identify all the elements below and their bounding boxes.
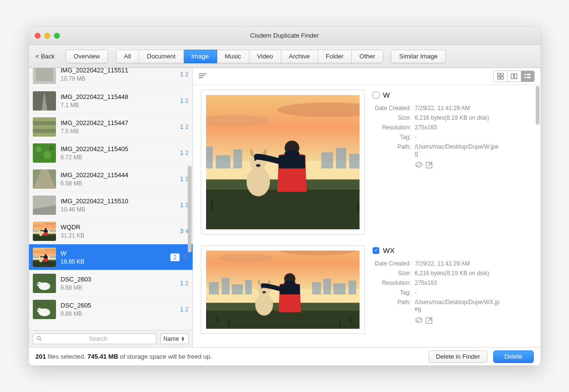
similar-image-button[interactable]: Similar Image [391,50,445,63]
footer-text-2: of storage space will be freed up. [118,353,212,360]
list-thumbnail [33,117,56,137]
svg-rect-34 [514,74,517,79]
view-mode-toggle [493,70,535,82]
list-item-size: 10.46 MB [61,206,180,213]
svg-rect-7 [33,133,56,137]
list-item-selected-count: 2 [170,253,180,261]
svg-rect-36 [527,74,530,75]
tab-video[interactable]: Video [250,50,281,63]
list-item-size: 31.21 KB [61,232,180,239]
preview-frame[interactable] [201,245,365,334]
select-checkbox[interactable] [373,247,379,254]
list-item-name: IMG_20220422_115511 [61,68,180,74]
value-tag: - [415,134,417,140]
reveal-in-finder-icon[interactable] [426,317,432,325]
duplicate-group-list[interactable]: IMG_20220422_11551110.79 MB12IMG_2022042… [29,68,193,330]
preview-image [206,95,360,229]
list-item-size: 9.86 MB [61,310,180,317]
search-field[interactable] [33,334,156,344]
svg-point-18 [37,282,42,287]
list-item[interactable]: IMG_20220422_1154446.58 MB12 [29,166,193,192]
list-thumbnail [33,68,56,84]
back-button[interactable]: < Back [36,53,55,60]
footer-count: 201 [36,353,46,360]
list-item[interactable]: DSC_26059.86 MB12 [29,296,193,322]
list-thumbnail [33,143,56,163]
tab-music[interactable]: Music [217,50,250,63]
tab-all[interactable]: All [116,50,139,63]
list-item-name: DSC_2603 [61,276,180,283]
list-item-size: 10.79 MB [61,75,180,82]
value-size: 6,216 bytes(8.19 KB on disk) [415,114,489,121]
overview-button[interactable]: Overview [66,50,108,63]
list-item[interactable]: WQDR31.21 KB34 [29,218,193,244]
list-item-size: 6.58 MB [61,180,180,187]
delete-in-finder-button[interactable]: Delete in Finder [429,350,487,363]
view-grid-button[interactable] [494,71,507,82]
select-checkbox[interactable] [373,92,379,98]
svg-point-10 [43,151,51,159]
category-tabs: All Document Image Music Video Archive F… [116,50,384,63]
list-thumbnail [33,274,56,293]
tab-folder[interactable]: Folder [318,50,352,63]
list-item-counts: 23 [170,253,188,261]
similar-seg: Similar Image [391,50,445,63]
reveal-in-finder-icon[interactable] [426,162,432,170]
list-item[interactable]: W18.65 KB23 [29,244,193,270]
list-item-selected-count: 1 [180,202,183,209]
list-item-selected-count: 1 [180,124,183,130]
preview-frame[interactable] [201,90,365,235]
list-item-meta: IMG_20220422_1154056.72 MB [61,145,180,161]
footer-status: 201 files selected. 745.41 MB of storage… [36,353,423,360]
list-item-meta: DSC_26059.86 MB [61,302,180,317]
detail-scroll[interactable]: WDate Created:7/29/22, 11:41:29 AMSize:6… [193,85,541,347]
sort-label: Name [164,336,179,342]
label-tag: Tag: [373,134,411,140]
tab-other[interactable]: Other [352,50,384,63]
list-item-name: IMG_20220422_115405 [61,145,180,153]
content-pane: WDate Created:7/29/22, 11:41:29 AMSize:6… [193,68,541,347]
list-item[interactable]: IMG_20220422_1154487.1 MB12 [29,87,193,113]
svg-rect-33 [511,74,513,79]
list-item[interactable]: IMG_20220422_11551110.79 MB12 [29,68,193,87]
sidebar-bottom: Name ▲▼ [29,330,193,347]
delete-button[interactable]: Delete [493,350,534,363]
list-item[interactable]: IMG_20220422_11551010.46 MB12 [29,192,193,218]
value-size: 6,216 bytes(8.19 KB on disk) [415,270,489,277]
tab-document[interactable]: Document [139,50,183,63]
list-item-size: 18.65 KB [61,258,171,265]
view-split-button[interactable] [507,71,521,82]
list-item-selected-count: 1 [180,280,183,287]
footer-text-1: files selected. [46,353,87,360]
view-list-button[interactable] [521,71,534,82]
duplicate-item: WDate Created:7/29/22, 11:41:29 AMSize:6… [201,90,533,235]
main-body: IMG_20220422_11551110.79 MB12IMG_2022042… [29,68,541,347]
svg-point-19 [38,283,39,284]
tab-image[interactable]: Image [184,50,217,63]
list-item[interactable]: IMG_20220422_1154056.72 MB12 [29,140,193,166]
label-tag: Tag: [373,289,411,296]
window-title: Cisdem Duplicate Finder [29,32,541,39]
list-item-size: 6.72 MB [61,154,180,161]
list-item[interactable]: IMG_20220422_1154477.5 MB12 [29,113,193,140]
sidebar-scrollbar[interactable] [188,69,192,346]
list-item-selected-count: 1 [180,71,183,78]
list-item-name: WQDR [61,224,180,231]
list-item[interactable]: DSC_26039.69 MB12 [29,270,193,296]
label-resolution: Resolution: [373,280,411,286]
titlebar: Cisdem Duplicate Finder [29,27,541,45]
footer: 201 files selected. 745.41 MB of storage… [29,347,541,365]
quicklook-icon[interactable] [415,162,423,170]
search-input[interactable] [44,336,153,342]
svg-rect-29 [498,73,500,76]
sort-dropdown[interactable]: Name ▲▼ [160,334,189,344]
tab-archive[interactable]: Archive [281,50,318,63]
value-date-created: 7/29/22, 11:41:29 AM [415,105,470,112]
svg-rect-5 [33,117,56,121]
list-item-selected-count: 1 [180,176,183,182]
label-date-created: Date Created: [373,105,411,112]
quicklook-icon[interactable] [415,317,423,325]
preview-image [206,251,360,329]
select-menu-icon[interactable] [199,73,207,79]
duplicate-info: WDate Created:7/29/22, 11:41:29 AMSize:6… [373,90,533,235]
